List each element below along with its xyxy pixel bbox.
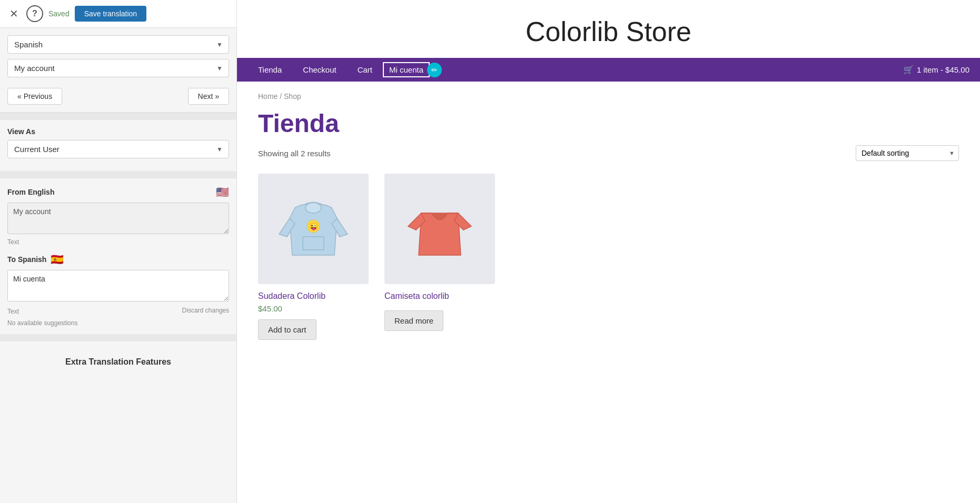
nav-links: Tienda Checkout Cart Mi cuenta ✏	[248, 58, 442, 82]
to-lang-title: To Spanish 🇪🇸	[7, 253, 64, 266]
svg-point-0	[305, 203, 321, 213]
breadcrumb: Home / Shop	[258, 92, 959, 100]
product-price-1: $45.00	[258, 304, 369, 313]
nav-cuenta-wrapper: Mi cuenta ✏	[383, 62, 442, 77]
from-english-textarea: My account	[7, 203, 229, 234]
to-lang-label: To Spanish	[7, 255, 46, 264]
suggestions-text: No available suggestions	[7, 319, 229, 327]
breadcrumb-separator: /	[280, 92, 284, 100]
right-panel: Colorlib Store Tienda Checkout Cart Mi c…	[237, 0, 980, 503]
read-more-button[interactable]: Read more	[384, 310, 443, 331]
shop-page-title: Tienda	[258, 109, 959, 138]
discard-changes-link[interactable]: Discard changes	[182, 307, 229, 314]
svg-text:😜: 😜	[309, 222, 319, 231]
language-select-wrapper: Spanish French German Italian ▼	[7, 35, 229, 54]
left-panel: ✕ ? Saved Save translation Spanish Frenc…	[0, 0, 237, 503]
spanish-flag: 🇪🇸	[51, 253, 64, 266]
mi-cuenta-label[interactable]: Mi cuenta	[383, 62, 430, 77]
language-select[interactable]: Spanish French German Italian	[7, 35, 229, 54]
tshirt-illustration	[403, 192, 477, 266]
breadcrumb-shop: Shop	[284, 92, 301, 100]
edit-translation-button[interactable]: ✏	[427, 63, 442, 77]
nav-buttons: « Previous Next »	[0, 83, 236, 112]
breadcrumb-home[interactable]: Home	[258, 92, 278, 100]
extra-features-title: Extra Translation Features	[7, 357, 229, 367]
product-image-1: 😜	[258, 174, 369, 284]
product-name-1[interactable]: Sudadera Colorlib	[258, 291, 369, 301]
store-title: Colorlib Store	[248, 16, 969, 47]
language-section: Spanish French German Italian ▼ My accou…	[0, 28, 236, 83]
context-select[interactable]: My account Shop Checkout Cart	[7, 59, 229, 77]
saved-status: Saved	[48, 9, 70, 18]
english-flag: 🇺🇸	[216, 186, 229, 198]
products-grid: 😜 Sudadera Colorlib $45.00 Add to cart	[258, 174, 959, 340]
view-as-select-wrapper: Current User Administrator Guest ▼	[7, 140, 229, 158]
extra-features-section: Extra Translation Features	[0, 347, 236, 377]
context-select-wrapper: My account Shop Checkout Cart ▼	[7, 59, 229, 77]
view-as-select[interactable]: Current User Administrator Guest	[7, 140, 229, 158]
section-gap-3	[0, 334, 236, 341]
section-gap-2	[0, 171, 236, 178]
store-header: Colorlib Store	[237, 0, 980, 58]
from-field-type: Text	[7, 238, 229, 246]
product-name-2[interactable]: Camiseta colorlib	[384, 291, 495, 301]
shop-meta: Showing all 2 results Default sorting So…	[258, 145, 959, 161]
sort-wrapper: Default sorting Sort by popularity Sort …	[856, 145, 959, 161]
cart-info[interactable]: 🛒 1 item - $45.00	[903, 65, 969, 75]
view-as-section: View As Current User Administrator Guest…	[0, 120, 236, 171]
product-card-2: Camiseta colorlib Read more	[384, 174, 495, 340]
save-translation-button[interactable]: Save translation	[75, 6, 146, 22]
product-image-2	[384, 174, 495, 284]
close-button[interactable]: ✕	[6, 6, 21, 21]
view-as-label: View As	[7, 127, 229, 136]
cart-icon: 🛒	[903, 65, 914, 75]
to-lang-header: To Spanish 🇪🇸	[7, 253, 229, 266]
help-button[interactable]: ?	[26, 5, 43, 22]
nav-bar: Tienda Checkout Cart Mi cuenta ✏ 🛒 1 ite…	[237, 58, 980, 82]
shop-content: Home / Shop Tienda Showing all 2 results…	[237, 82, 980, 503]
nav-cart[interactable]: Cart	[347, 58, 383, 82]
results-count: Showing all 2 results	[258, 149, 331, 158]
from-english-section: From English 🇺🇸 My account Text To Spani…	[0, 178, 236, 334]
next-button[interactable]: Next »	[188, 88, 229, 105]
to-field-type: Text	[7, 308, 19, 315]
top-bar: ✕ ? Saved Save translation	[0, 0, 236, 28]
hoodie-illustration: 😜	[276, 192, 350, 266]
add-to-cart-button[interactable]: Add to cart	[258, 319, 316, 340]
cart-text: 1 item - $45.00	[917, 65, 969, 74]
sort-select[interactable]: Default sorting Sort by popularity Sort …	[856, 145, 959, 161]
previous-button[interactable]: « Previous	[7, 88, 62, 105]
from-lang-label: From English	[7, 188, 54, 196]
nav-checkout[interactable]: Checkout	[292, 58, 347, 82]
from-lang-header: From English 🇺🇸	[7, 186, 229, 198]
section-gap-1	[0, 113, 236, 120]
product-card-1: 😜 Sudadera Colorlib $45.00 Add to cart	[258, 174, 369, 340]
to-spanish-textarea[interactable]: Mi cuenta	[7, 270, 229, 301]
nav-tienda[interactable]: Tienda	[248, 58, 292, 82]
pencil-icon: ✏	[431, 66, 438, 74]
